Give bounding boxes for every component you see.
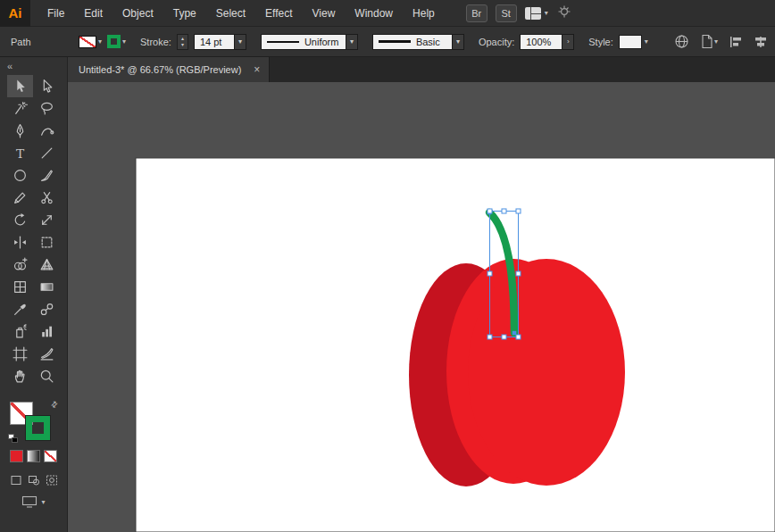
artboard-tool-icon: [12, 346, 28, 362]
stroke-weight-stepper[interactable]: ▴▾: [177, 34, 188, 50]
document-setup-button[interactable]: ▾: [700, 34, 718, 49]
screen-mode-button[interactable]: ▾: [21, 495, 45, 508]
symbol-sprayer-tool-icon: [12, 324, 28, 339]
tool-width[interactable]: [7, 231, 33, 254]
tool-magic-wand[interactable]: [7, 97, 33, 120]
menu-list: File Edit Object Type Select Effect View…: [38, 0, 445, 27]
color-button[interactable]: [10, 450, 23, 462]
align-horizontal-icon[interactable]: [729, 35, 743, 49]
document-tab-title: Untitled-3* @ 66.67% (RGB/Preview): [79, 64, 241, 75]
globe-icon[interactable]: [674, 34, 689, 49]
fill-color-control[interactable]: ▾: [79, 36, 102, 48]
menu-object[interactable]: Object: [112, 0, 163, 27]
align-distribute-icon[interactable]: [754, 35, 768, 49]
tool-selection[interactable]: [7, 75, 33, 97]
brush-definition-dropdown[interactable]: Basic ▾: [372, 34, 464, 50]
controlbar-right-icons: ▾: [674, 34, 775, 49]
rotate-tool-icon: [12, 212, 28, 228]
pen-tool-icon: [12, 123, 28, 138]
stroke-weight-dropdown[interactable]: 14 pt ▾: [194, 34, 246, 50]
menu-select[interactable]: Select: [206, 0, 255, 27]
draw-inside-icon[interactable]: [44, 473, 59, 486]
tool-pen[interactable]: [7, 120, 33, 142]
tool-scissors[interactable]: [34, 187, 60, 209]
handle-mid-left[interactable]: [488, 271, 492, 276]
arrange-documents-button[interactable]: ▾: [525, 7, 548, 20]
menu-edit[interactable]: Edit: [74, 0, 112, 27]
menubar-extras: Br St ▾: [466, 4, 572, 22]
tool-curvature[interactable]: [34, 120, 60, 142]
column-graph-tool-icon: [39, 324, 54, 339]
draw-behind-icon[interactable]: [26, 473, 41, 486]
stroke-color-control[interactable]: ▾: [107, 35, 126, 48]
workspace-switcher-icon[interactable]: [556, 4, 572, 21]
menu-help[interactable]: Help: [403, 0, 445, 27]
tool-direct-selection[interactable]: [34, 75, 60, 97]
handle-top-left[interactable]: [488, 209, 492, 213]
gradient-tool-icon: [39, 279, 54, 295]
tool-paintbrush[interactable]: [34, 164, 60, 187]
tool-column-graph[interactable]: [34, 320, 60, 343]
tool-ellipse[interactable]: [7, 164, 33, 187]
color-type-buttons: [10, 450, 57, 462]
zoom-tool-icon: [39, 369, 54, 384]
direct-selection-tool-icon: [39, 79, 54, 94]
paintbrush-tool-icon: [39, 168, 54, 183]
tool-gradient[interactable]: [34, 276, 60, 298]
variable-width-profile-dropdown[interactable]: Uniform ▾: [261, 34, 358, 50]
none-button[interactable]: [44, 450, 57, 462]
close-tab-icon[interactable]: ×: [254, 63, 260, 76]
menu-effect[interactable]: Effect: [255, 0, 302, 27]
tool-perspective-grid[interactable]: [34, 254, 60, 276]
tool-shape-builder[interactable]: [7, 254, 33, 276]
layout-grid-icon: [525, 7, 541, 20]
gradient-button[interactable]: [27, 450, 40, 462]
menu-view[interactable]: View: [303, 0, 346, 27]
width-tool-icon: [12, 235, 28, 250]
menu-type[interactable]: Type: [163, 0, 206, 27]
lasso-tool-icon: [39, 101, 54, 116]
opacity-control[interactable]: 100% ›: [520, 34, 574, 50]
tool-eyedropper[interactable]: [7, 298, 33, 320]
blend-tool-icon: [39, 302, 54, 317]
graphic-style-dropdown[interactable]: ▾: [619, 35, 648, 49]
tool-scale[interactable]: [34, 209, 60, 231]
tool-slice[interactable]: [34, 343, 60, 365]
stock-button[interactable]: St: [496, 4, 517, 22]
stroke-swatch-green[interactable]: [26, 416, 50, 440]
tool-line-segment[interactable]: [34, 142, 60, 164]
tool-zoom[interactable]: [34, 365, 60, 387]
tool-lasso[interactable]: [34, 97, 60, 120]
tool-symbol-sprayer[interactable]: [7, 320, 33, 343]
menu-window[interactable]: Window: [345, 0, 403, 27]
bridge-button[interactable]: Br: [466, 4, 488, 22]
document-tab[interactable]: Untitled-3* @ 66.67% (RGB/Preview) ×: [68, 57, 270, 82]
menu-file[interactable]: File: [38, 0, 74, 27]
mesh-tool-icon: [12, 279, 28, 295]
tool-type[interactable]: T: [7, 142, 33, 164]
handle-bottom-left[interactable]: [488, 335, 492, 339]
tool-pencil[interactable]: [7, 187, 33, 209]
handle-bottom-center[interactable]: [502, 335, 506, 339]
handle-mid-right[interactable]: [516, 271, 521, 276]
tool-free-transform[interactable]: [34, 231, 60, 254]
handle-bottom-right[interactable]: [516, 335, 521, 339]
apple-body-right-shape[interactable]: [468, 259, 625, 486]
tool-rotate[interactable]: [7, 209, 33, 231]
handle-top-right[interactable]: [516, 209, 521, 213]
tool-mesh[interactable]: [7, 276, 33, 298]
hand-tool-icon: [12, 369, 28, 384]
stroke-color-swatch: [107, 35, 121, 48]
handle-top-center[interactable]: [502, 209, 506, 213]
drawing-mode-buttons: [8, 473, 59, 486]
tool-hand[interactable]: [7, 365, 33, 387]
pencil-tool-icon: [12, 190, 28, 205]
collapse-panel-button[interactable]: «: [0, 57, 20, 73]
draw-normal-icon[interactable]: [8, 473, 23, 486]
default-fill-stroke-icon[interactable]: [8, 434, 18, 443]
tool-blend[interactable]: [34, 298, 60, 320]
swap-fill-stroke-icon[interactable]: ⇄: [49, 399, 60, 410]
tool-artboard[interactable]: [7, 343, 33, 365]
eyedropper-tool-icon: [12, 302, 28, 317]
canvas[interactable]: [68, 82, 775, 532]
